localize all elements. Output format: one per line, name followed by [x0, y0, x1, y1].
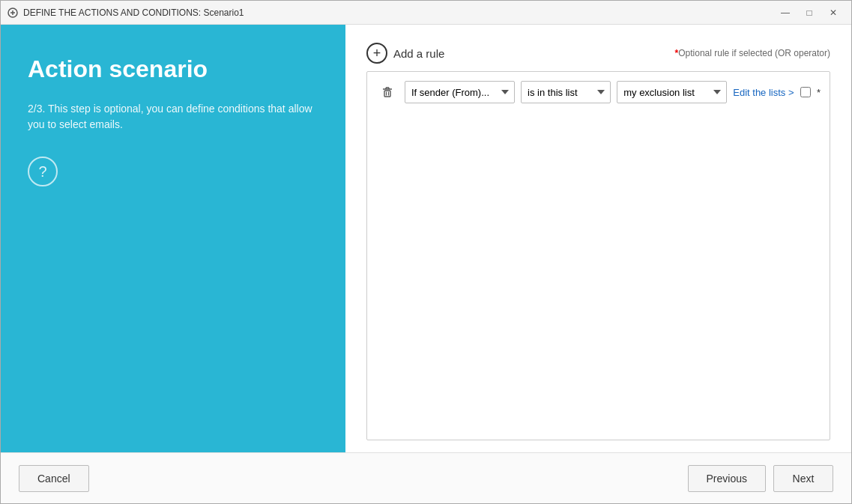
list-dropdown[interactable]: my exclusion list	[617, 81, 727, 103]
footer-left: Cancel	[19, 465, 688, 492]
panel-description: 2/3. This step is optional, you can defi…	[28, 101, 318, 133]
trash-icon	[381, 85, 394, 99]
optional-note-text: Optional rule if selected (OR operator)	[678, 48, 830, 58]
main-window: DEFINE THE ACTIONS AND CONDITIONS: Scena…	[0, 0, 852, 504]
window-controls: — □ ✕	[773, 2, 845, 23]
add-rule-button[interactable]: + Add a rule	[366, 43, 444, 64]
add-rule-row: + Add a rule *Optional rule if selected …	[366, 43, 830, 64]
condition-dropdown[interactable]: is in this list	[521, 81, 611, 103]
window-title: DEFINE THE ACTIONS AND CONDITIONS: Scena…	[23, 7, 773, 18]
rules-container: If sender (From)... is in this list my e…	[366, 71, 830, 440]
cancel-button[interactable]: Cancel	[19, 465, 89, 492]
delete-rule-button[interactable]	[376, 81, 399, 103]
panel-heading: Action scenario	[28, 55, 318, 83]
footer: Cancel Previous Next	[1, 452, 851, 503]
add-rule-label: Add a rule	[393, 47, 444, 60]
right-panel: + Add a rule *Optional rule if selected …	[345, 25, 851, 452]
edit-lists-link[interactable]: Edit the lists >	[733, 87, 794, 98]
next-button[interactable]: Next	[773, 465, 833, 492]
footer-right: Previous Next	[688, 465, 833, 492]
previous-button[interactable]: Previous	[688, 465, 766, 492]
content-area: Action scenario 2/3. This step is option…	[1, 25, 851, 452]
maximize-button[interactable]: □	[797, 2, 821, 23]
title-bar: DEFINE THE ACTIONS AND CONDITIONS: Scena…	[1, 1, 851, 25]
sender-dropdown[interactable]: If sender (From)...	[405, 81, 515, 103]
close-button[interactable]: ✕	[821, 2, 845, 23]
optional-note: *Optional rule if selected (OR operator)	[675, 48, 830, 58]
rule-row: If sender (From)... is in this list my e…	[376, 81, 821, 103]
rule-asterisk: *	[817, 87, 821, 98]
help-icon[interactable]: ?	[28, 157, 58, 186]
svg-rect-1	[384, 91, 390, 97]
add-rule-icon: +	[366, 43, 387, 64]
left-panel: Action scenario 2/3. This step is option…	[1, 25, 345, 452]
minimize-button[interactable]: —	[773, 2, 797, 23]
rule-optional-checkbox[interactable]	[800, 86, 811, 98]
app-icon	[7, 7, 19, 19]
